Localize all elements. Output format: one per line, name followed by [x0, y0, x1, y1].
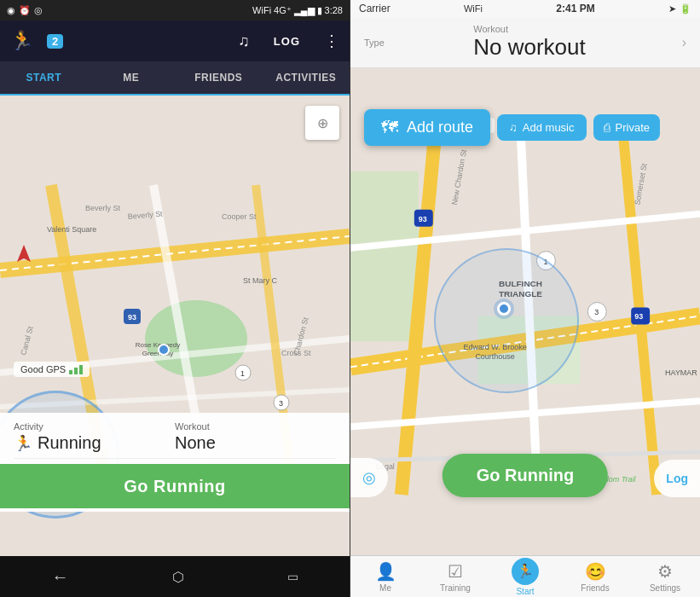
svg-text:3: 3 [594, 308, 599, 316]
left-panel: ◉ ⏰ ◎ WiFi 4G⁺ ▂▄▆ ▮ 3:28 🏃 2 ♫ LOG ⋮ ST… [0, 0, 350, 597]
activity-col: Activity 🏃 Running [14, 421, 175, 453]
tab-me[interactable]: 👤 Me [350, 556, 420, 597]
info-row-1: Activity 🏃 Running Workout None [14, 421, 336, 453]
private-label: Private [616, 121, 650, 134]
workout-value: None [175, 433, 336, 453]
private-button[interactable]: ⎙ Private [593, 114, 660, 141]
music-icon[interactable]: ♫ [238, 32, 250, 50]
map-area-left: Canal St Beverly St Cooper St Chardon St… [0, 96, 350, 556]
svg-text:3: 3 [279, 399, 283, 408]
gps-indicator-left: Good GPS [14, 362, 90, 377]
go-running-button-right[interactable]: Go Running [443, 454, 608, 497]
gps-label-left: Good GPS [20, 364, 66, 374]
toolbar-row: 🗺 Add route ♫ Add music ⎙ Private [364, 109, 700, 146]
start-label: Start [516, 587, 534, 596]
activity-label: Activity [14, 421, 175, 432]
location-arrow-icon: ➤ [668, 3, 676, 14]
locate-button[interactable]: ◎ [350, 458, 388, 497]
add-route-label: Add route [407, 119, 473, 136]
svg-text:1: 1 [240, 369, 245, 378]
me-label: Me [379, 583, 391, 593]
back-button[interactable]: ← [52, 567, 69, 587]
training-icon: ☑ [448, 561, 463, 582]
svg-text:Valenti Square: Valenti Square [47, 225, 96, 234]
nfc-icon: ◉ [7, 5, 15, 16]
ios-time: 2:41 PM [556, 3, 594, 14]
compass-icon: ⊕ [317, 115, 328, 131]
workout-col: Workout No workout [473, 24, 671, 61]
me-icon: 👤 [375, 561, 396, 582]
location-dot-left [158, 344, 170, 356]
svg-text:HAYMAR: HAYMAR [665, 368, 697, 377]
tab-settings[interactable]: ⚙ Settings [630, 556, 700, 597]
alarm-icon: ⏰ [19, 5, 31, 16]
svg-point-1 [145, 300, 247, 377]
workout-arrow-icon[interactable]: › [682, 35, 686, 50]
tab-me[interactable]: ME [88, 61, 176, 96]
android-status-bar: ◉ ⏰ ◎ WiFi 4G⁺ ▂▄▆ ▮ 3:28 [0, 0, 350, 20]
svg-text:93: 93 [419, 215, 427, 223]
wifi-icon: WiFi [252, 5, 271, 15]
nav-tabs: START ME FRIENDS ACTIVITIES [0, 61, 350, 96]
log-button[interactable]: LOG [274, 35, 300, 48]
svg-text:93: 93 [128, 313, 136, 322]
recents-button[interactable]: ▭ [287, 570, 298, 583]
training-label: Training [440, 583, 471, 593]
time-display: 3:28 [325, 5, 343, 15]
start-icon: 🏃 [512, 558, 539, 585]
compass-button[interactable]: ⊕ [305, 106, 339, 140]
add-music-button[interactable]: ♫ Add music [497, 114, 586, 141]
settings-label: Settings [650, 583, 680, 593]
tab-start[interactable]: START [0, 61, 88, 96]
workout-header: Type Workout No workout › [350, 17, 700, 68]
running-icon: 🏃 [14, 434, 32, 453]
runner-icon: 🏃 [10, 30, 33, 52]
svg-text:Cooper St: Cooper St [222, 212, 257, 221]
svg-text:93: 93 [634, 312, 643, 321]
android-nav-bar: ← ⬡ ▭ [0, 556, 350, 597]
signal-icon: ▂▄▆ [294, 5, 315, 16]
music-note-icon: ♫ [509, 121, 518, 134]
workout-label: Workout [175, 421, 336, 432]
carrier-label: Carrier [359, 3, 390, 14]
friends-icon: 😊 [585, 561, 606, 582]
battery-icon: ▮ [317, 5, 322, 16]
ios-tab-bar: 👤 Me ☑ Training 🏃 Start 😊 Friends ⚙ Sett… [350, 555, 700, 597]
tab-training[interactable]: ☑ Training [420, 556, 490, 597]
ios-wifi-icon: WiFi [464, 3, 483, 14]
more-options-icon[interactable]: ⋮ [324, 32, 339, 50]
location-circle-right [434, 248, 579, 393]
notification-badge[interactable]: 2 [47, 34, 63, 49]
workout-col: Workout None [175, 421, 336, 453]
locate-icon: ◎ [362, 469, 376, 486]
svg-rect-27 [350, 171, 419, 342]
activity-value: Running [38, 433, 101, 453]
tab-friends-ios[interactable]: 😊 Friends [560, 556, 630, 597]
gps-bar-2 [74, 368, 78, 374]
friends-label: Friends [581, 583, 609, 593]
gps-bar-3 [79, 365, 83, 374]
add-route-button[interactable]: 🗺 Add route [364, 109, 490, 146]
svg-text:Cross St: Cross St [281, 349, 311, 357]
status-left: ◉ ⏰ ◎ [7, 5, 43, 16]
workout-value[interactable]: No workout [473, 34, 671, 61]
gps-bars-left [69, 365, 83, 374]
share-icon: ⎙ [604, 121, 610, 134]
workout-label-small: Workout [473, 24, 671, 34]
settings-icon: ⚙ [657, 561, 673, 582]
app-header: 🏃 2 ♫ LOG ⋮ [0, 20, 350, 61]
home-button[interactable]: ⬡ [172, 569, 184, 585]
type-label: Type [364, 38, 463, 48]
add-route-map-icon: 🗺 [381, 118, 398, 137]
go-running-button-left[interactable]: Go Running [0, 464, 350, 508]
tab-friends[interactable]: FRIENDS [175, 61, 263, 96]
ios-battery-icon: 🔋 [680, 3, 691, 14]
tab-start-ios[interactable]: 🏃 Start [490, 556, 560, 597]
gps-bar-1 [69, 370, 72, 374]
location-icon: ◎ [34, 5, 43, 16]
log-button-right[interactable]: Log [654, 460, 700, 497]
svg-text:St Mary C: St Mary C [243, 276, 278, 285]
tab-activities[interactable]: ACTIVITIES [263, 61, 350, 96]
ios-status-right: ➤ 🔋 [668, 3, 691, 14]
ios-status-bar: Carrier WiFi 2:41 PM ➤ 🔋 [350, 0, 700, 17]
